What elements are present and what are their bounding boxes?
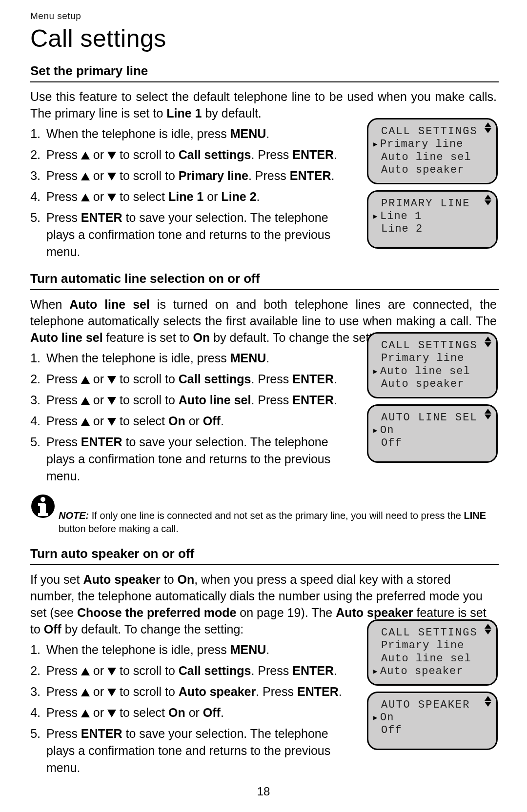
scroll-indicator-icon bbox=[485, 195, 491, 205]
arrow-down-icon bbox=[107, 397, 116, 405]
lcd-title: AUTO LINE SEL bbox=[374, 412, 490, 424]
arrow-up-icon bbox=[81, 376, 90, 384]
step-item: Press or to scroll to Primary line. Pres… bbox=[44, 167, 343, 184]
lcd-title: PRIMARY LINE bbox=[374, 198, 490, 210]
arrow-down-icon bbox=[107, 173, 116, 180]
arrow-up-icon bbox=[81, 194, 90, 201]
arrow-down-icon bbox=[107, 152, 116, 159]
heading-auto-speaker: Turn auto speaker on or off bbox=[30, 546, 499, 565]
arrow-up-icon bbox=[81, 418, 90, 426]
lcd-row: Line 1 bbox=[374, 210, 490, 223]
scroll-indicator-icon bbox=[485, 624, 491, 634]
arrow-down-icon bbox=[107, 418, 116, 426]
lcd-row: On bbox=[374, 424, 490, 437]
arrow-up-icon bbox=[81, 152, 90, 159]
svg-point-1 bbox=[41, 497, 45, 502]
lcd-group-3: CALL SETTINGSPrimary lineAuto line selAu… bbox=[367, 619, 498, 756]
lcd-row: Auto speaker bbox=[374, 378, 490, 391]
steps-primary-line: When the telephone is idle, press MENU.P… bbox=[30, 125, 343, 260]
step-item: Press or to scroll to Auto speaker. Pres… bbox=[44, 683, 343, 700]
lcd-group-2: CALL SETTINGSPrimary lineAuto line selAu… bbox=[367, 332, 498, 469]
lcd-screen: CALL SETTINGSPrimary lineAuto line selAu… bbox=[367, 118, 498, 184]
step-item: Press or to select Line 1 or Line 2. bbox=[44, 188, 343, 205]
lcd-row: Auto speaker bbox=[374, 665, 490, 678]
lcd-row: Auto speaker bbox=[374, 164, 490, 177]
scroll-indicator-icon bbox=[485, 122, 491, 133]
lcd-screen: AUTO SPEAKEROnOff bbox=[367, 692, 498, 750]
lcd-screen: PRIMARY LINELine 1Line 2 bbox=[367, 190, 498, 249]
step-item: When the telephone is idle, press MENU. bbox=[44, 641, 343, 658]
note-text: NOTE: If only one line is connected and … bbox=[59, 509, 497, 535]
arrow-down-icon bbox=[107, 376, 116, 384]
arrow-up-icon bbox=[81, 710, 90, 717]
step-item: Press ENTER to save your selection. The … bbox=[44, 434, 343, 485]
breadcrumb: Menu setup bbox=[30, 11, 498, 21]
step-item: Press ENTER to save your selection. The … bbox=[44, 209, 343, 260]
step-item: Press ENTER to save your selection. The … bbox=[44, 725, 343, 776]
arrow-down-icon bbox=[107, 194, 116, 201]
lcd-screen: AUTO LINE SELOnOff bbox=[367, 404, 498, 463]
scroll-indicator-icon bbox=[485, 337, 491, 347]
step-item: Press or to scroll to Call settings. Pre… bbox=[44, 662, 343, 679]
lcd-title: CALL SETTINGS bbox=[374, 125, 490, 138]
lcd-title: CALL SETTINGS bbox=[374, 627, 490, 639]
lcd-title: CALL SETTINGS bbox=[374, 339, 490, 352]
arrow-down-icon bbox=[107, 710, 116, 717]
step-item: When the telephone is idle, press MENU. bbox=[44, 350, 343, 367]
lcd-row: Off bbox=[374, 724, 490, 737]
lcd-row: Primary line bbox=[374, 352, 490, 365]
steps-auto-line-sel: When the telephone is idle, press MENU.P… bbox=[30, 350, 343, 485]
lcd-row: Auto line sel bbox=[374, 653, 490, 665]
lcd-screen: CALL SETTINGSPrimary lineAuto line selAu… bbox=[367, 619, 498, 686]
info-icon bbox=[30, 494, 56, 519]
svg-rect-3 bbox=[38, 503, 44, 506]
intro-primary-line: Use this feature to select the default t… bbox=[30, 88, 497, 121]
step-item: Press or to select On or Off. bbox=[44, 413, 343, 430]
heading-auto-line-sel: Turn automatic line selection on or off bbox=[30, 271, 499, 290]
arrow-up-icon bbox=[81, 668, 90, 675]
step-item: When the telephone is idle, press MENU. bbox=[44, 125, 343, 142]
scroll-indicator-icon bbox=[485, 696, 491, 707]
step-item: Press or to scroll to Auto line sel. Pre… bbox=[44, 392, 343, 409]
page-title: Call settings bbox=[30, 24, 498, 53]
step-item: Press or to scroll to Call settings. Pre… bbox=[44, 371, 343, 388]
lcd-row: On bbox=[374, 712, 490, 724]
lcd-row: Line 2 bbox=[374, 223, 490, 236]
arrow-up-icon bbox=[81, 173, 90, 180]
svg-rect-4 bbox=[38, 513, 48, 516]
steps-auto-speaker: When the telephone is idle, press MENU.P… bbox=[30, 641, 343, 776]
lcd-title: AUTO SPEAKER bbox=[374, 699, 490, 712]
lcd-row: Off bbox=[374, 437, 490, 450]
arrow-down-icon bbox=[107, 689, 116, 696]
scroll-indicator-icon bbox=[485, 409, 491, 419]
heading-primary-line: Set the primary line bbox=[30, 63, 499, 82]
arrow-up-icon bbox=[81, 689, 90, 696]
lcd-row: Primary line bbox=[374, 639, 490, 652]
arrow-up-icon bbox=[81, 397, 90, 405]
lcd-screen: CALL SETTINGSPrimary lineAuto line selAu… bbox=[367, 332, 498, 398]
arrow-down-icon bbox=[107, 668, 116, 675]
step-item: Press or to scroll to Call settings. Pre… bbox=[44, 146, 343, 163]
lcd-row: Primary line bbox=[374, 138, 490, 151]
lcd-row: Auto line sel bbox=[374, 365, 490, 378]
lcd-group-1: CALL SETTINGSPrimary lineAuto line selAu… bbox=[367, 118, 498, 255]
step-item: Press or to select On or Off. bbox=[44, 704, 343, 721]
lcd-row: Auto line sel bbox=[374, 151, 490, 164]
page-number: 18 bbox=[0, 785, 527, 798]
